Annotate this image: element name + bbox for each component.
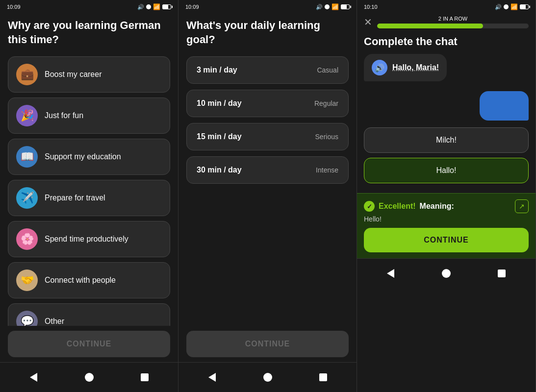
wifi-icon-2: 📶 (332, 3, 339, 10)
reason-prepare-travel[interactable]: ✈️ Prepare for travel (8, 180, 170, 216)
signal-dot-3 (504, 4, 509, 9)
battery-icon-3 (520, 4, 529, 9)
result-title-row: ✓ Excellent! Meaning: (364, 201, 454, 212)
back-nav-1[interactable] (25, 368, 43, 386)
reason-fun-label: Just for fun (45, 111, 83, 120)
signal-dot-2 (325, 4, 330, 9)
connect-emoji: 🤝 (16, 270, 38, 291)
reason-just-for-fun[interactable]: 🎉 Just for fun (8, 98, 170, 134)
panel1-content: Why are you learning German this time? 💼… (0, 14, 178, 326)
signal-dot-icon (146, 4, 151, 9)
share-icon[interactable]: ↗ (515, 199, 529, 213)
panel1-continue-button[interactable]: CONTINUE (8, 331, 170, 357)
speaker-icon[interactable]: 🔊 (372, 60, 387, 75)
chat-area: 🔊 Hallo, Maria! (357, 54, 536, 86)
streak-label: 2 IN A ROW (377, 16, 529, 22)
home-nav-3[interactable] (437, 265, 455, 282)
panel3-title: Complete the chat (357, 35, 536, 48)
goal-15min-level: Serious (315, 133, 338, 141)
chat-message-text: Hallo, Maria! (392, 63, 439, 72)
recents-nav-3[interactable] (493, 265, 510, 282)
result-area: ✓ Excellent! Meaning: ↗ Hello! CONTINUE (357, 193, 536, 258)
goal-3min[interactable]: 3 min / day Casual (186, 56, 349, 84)
education-emoji: 📖 (16, 146, 38, 168)
volume-icon-2: 🔊 (316, 4, 323, 10)
goal-3min-level: Casual (317, 66, 338, 74)
goal-10min-label: 10 min / day (197, 99, 242, 108)
bottom-nav-2 (179, 362, 357, 392)
status-bar-1: 10:09 🔊 📶 (0, 0, 178, 14)
battery-icon-2 (341, 4, 350, 9)
panel2-content: What's your daily learning goal? 3 min /… (179, 14, 357, 326)
fun-emoji: 🎉 (16, 105, 38, 126)
other-emoji: 💬 (16, 311, 38, 326)
streak-bar-fill (377, 24, 483, 28)
chat-bubble-greeting: 🔊 Hallo, Maria! (364, 54, 447, 81)
recents-nav-1[interactable] (136, 368, 153, 386)
home-nav-2[interactable] (259, 368, 277, 386)
answer-milch[interactable]: Milch! (364, 127, 529, 153)
goal-15min-label: 15 min / day (197, 132, 242, 141)
career-emoji: 💼 (16, 64, 38, 85)
panel2-title: What's your daily learning goal? (186, 19, 349, 47)
result-translation: Hello! (364, 215, 529, 223)
reason-productive[interactable]: 🌸 Spend time productively (8, 221, 170, 257)
goal-10min[interactable]: 10 min / day Regular (186, 90, 349, 117)
wifi-icon-3: 📶 (510, 3, 518, 10)
goal-15min[interactable]: 15 min / day Serious (186, 123, 349, 150)
reason-connect-label: Connect with people (45, 276, 116, 285)
check-icon: ✓ (364, 201, 375, 212)
wifi-icon: 📶 (153, 3, 160, 10)
travel-emoji: ✈️ (16, 187, 38, 209)
reason-other[interactable]: 💬 Other (8, 303, 170, 326)
status-time-3: 10:10 (364, 4, 378, 10)
panel-daily-goal: 10:09 🔊 📶 What's your daily learning goa… (179, 0, 357, 392)
panel2-continue-button[interactable]: CONTINUE (186, 331, 349, 357)
reason-boost-career[interactable]: 💼 Boost my career (8, 56, 170, 93)
chat-bubble-right (480, 91, 529, 121)
panel3-header: ✕ 2 IN A ROW (357, 14, 536, 35)
panel3-continue-button[interactable]: CONTINUE (364, 228, 529, 252)
battery-icon (162, 4, 171, 9)
goal-30min[interactable]: 30 min / day Intense (186, 156, 349, 184)
answer-options: Milch! Hallo! (357, 127, 536, 188)
bottom-nav-3 (357, 258, 536, 288)
home-nav-1[interactable] (80, 368, 98, 386)
reason-other-label: Other (45, 317, 64, 326)
result-header: ✓ Excellent! Meaning: ↗ (364, 199, 529, 213)
result-meaning: Meaning: (420, 202, 454, 211)
recents-nav-2[interactable] (314, 368, 332, 386)
status-icons-2: 🔊 📶 (316, 3, 350, 10)
streak-bar-wrap: 2 IN A ROW (377, 16, 529, 28)
panel-complete-chat: 10:10 🔊 📶 ✕ 2 IN A ROW Complete the chat… (357, 0, 536, 392)
status-bar-3: 10:10 🔊 📶 (357, 0, 536, 14)
result-excellent: Excellent! (379, 202, 416, 211)
status-time-2: 10:09 (185, 4, 199, 10)
panel-why-learning: 10:09 🔊 📶 Why are you learning German th… (0, 0, 179, 392)
status-bar-2: 10:09 🔊 📶 (179, 0, 357, 14)
productive-emoji: 🌸 (16, 228, 38, 250)
goal-3min-label: 3 min / day (197, 66, 237, 74)
volume-icon: 🔊 (137, 4, 144, 10)
status-icons-1: 🔊 📶 (137, 3, 171, 10)
streak-container: ✕ 2 IN A ROW (364, 16, 529, 28)
answer-hallo[interactable]: Hallo! (364, 158, 529, 183)
status-time-1: 10:09 (7, 4, 21, 10)
back-nav-2[interactable] (204, 368, 221, 386)
reason-productive-label: Spend time productively (45, 235, 128, 244)
volume-icon-3: 🔊 (495, 4, 502, 10)
chat-right-wrap (357, 91, 536, 121)
status-icons-3: 🔊 📶 (495, 3, 529, 10)
reason-education-label: Support my education (45, 152, 121, 161)
streak-bar-bg (377, 24, 529, 28)
close-button[interactable]: ✕ (364, 16, 372, 28)
reason-travel-label: Prepare for travel (45, 194, 105, 202)
goal-10min-level: Regular (314, 99, 338, 107)
goal-30min-label: 30 min / day (197, 166, 242, 174)
back-nav-3[interactable] (382, 265, 400, 282)
goal-30min-level: Intense (316, 166, 338, 174)
reason-connect-people[interactable]: 🤝 Connect with people (8, 262, 170, 298)
bottom-nav-1 (0, 362, 178, 392)
reason-support-education[interactable]: 📖 Support my education (8, 139, 170, 175)
reason-boost-career-label: Boost my career (45, 70, 102, 79)
